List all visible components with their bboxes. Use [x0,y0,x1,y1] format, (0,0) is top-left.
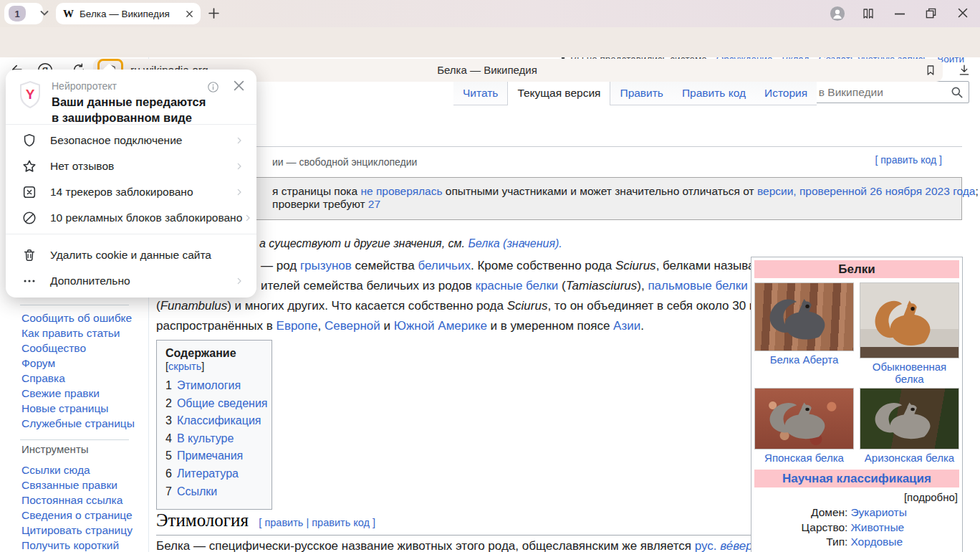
toc-item[interactable]: 4В культуре [165,430,263,448]
tab-page[interactable]: История [755,81,817,105]
protect-brand: Нейропротект [52,80,117,92]
sidebar-link[interactable]: Постоянная ссылка [21,492,133,508]
protect-item[interactable]: 14 трекеров заблокировано [6,179,256,205]
taxobox-image-caption[interactable]: Белка Аберта [754,353,854,366]
edit-code-link[interactable]: [ править код ] [824,154,942,166]
protect-item-label: 14 трекеров заблокировано [50,186,234,199]
text-segment: а существуют и другие значения, см. [259,237,468,249]
restore-window-icon[interactable] [926,8,936,19]
chevron-down-icon[interactable] [40,10,49,16]
inline-link[interactable]: версии, проверенной 26 ноября 2023 года [757,185,975,197]
toc-item[interactable]: 5Примечания [165,447,263,465]
toc-link[interactable]: Общие сведения [177,397,268,409]
toc-item[interactable]: 3Классификация [165,412,263,430]
minimize-icon[interactable] [895,13,905,15]
inline-link[interactable]: Южной Америке [394,319,487,333]
sidebar-link[interactable]: Цитировать страницу [21,523,133,538]
sidebar-link[interactable]: Сведения о странице [21,508,133,523]
protect-item[interactable]: Дополнительно [6,268,256,294]
toc-number: 6 [165,467,172,480]
popup-close-icon[interactable] [234,80,244,91]
sidebar-link[interactable]: Новые страницы [21,401,135,416]
close-icon[interactable] [958,8,968,18]
taxobox-image-caption[interactable]: Аризонская белка [860,452,959,464]
text-segment: опытными участниками и может значительно… [443,185,757,197]
toc-link[interactable]: Примечания [177,449,243,462]
sidebar-link[interactable]: Справка [21,371,135,386]
protect-item[interactable]: Удалить cookie и данные сайта [6,242,256,268]
toc-item[interactable]: 2Общие сведения [165,395,263,413]
toc-link[interactable]: Этимология [177,379,241,391]
tab-page[interactable]: Править код [673,81,755,105]
classification-rank: Тип: [754,535,850,550]
sidebar-link[interactable]: Служебные страницы [21,416,135,431]
taxobox-title: Белки [754,260,959,278]
protect-popup: Y Нейропротект Ваши данные передаются в … [6,70,256,298]
sidebar-link[interactable]: Связанные правки [21,477,133,492]
inline-link[interactable]: пальмовые белки [648,279,747,292]
downloads-icon[interactable] [958,63,971,77]
toc-link[interactable]: Литература [177,467,239,480]
new-tab-button[interactable] [208,7,220,19]
inline-link[interactable]: 27 [368,198,380,210]
protect-item[interactable]: Безопасное подключение [6,128,256,153]
taxobox-image-caption[interactable]: Японская белка [754,452,854,464]
toc-item[interactable]: 1Этимология [165,377,263,395]
sidebar-link[interactable]: Как править статьи [21,325,135,341]
sidebar-link[interactable]: Ссылки сюда [21,462,133,477]
inline-link[interactable]: беличьих [418,259,471,272]
tab-counter-button[interactable]: 1 [4,3,43,24]
tab-close-icon[interactable] [186,10,193,18]
inline-link[interactable]: Азии [613,319,640,333]
browser-tab-active[interactable]: W Белка — Википедия [56,3,201,24]
inline-link[interactable]: грызунов [300,259,352,272]
tab-current[interactable]: Текущая версия [507,80,610,105]
protect-item[interactable]: 10 рекламных блоков заблокировано [6,205,256,231]
text-segment: . [640,319,644,333]
taxobox-image-caption[interactable]: Обыкновенная белка [860,361,959,385]
sidebar-link[interactable]: Сообщить об ошибке [21,310,135,325]
info-icon[interactable] [207,81,219,93]
text-segment: ), [637,279,648,292]
avatar-icon[interactable] [830,6,845,22]
classification-value-link[interactable]: Животные [850,520,959,536]
classification-value-link[interactable]: Хордовые [850,535,959,550]
protect-item-label: Нет отзывов [50,160,234,173]
text-segment: Tamiasciurus [566,279,638,292]
search-icon[interactable] [950,85,969,100]
popup-header: Y Нейропротект Ваши данные передаются в … [6,70,256,124]
protect-item[interactable]: Нет отзывов [6,153,256,179]
toc-link[interactable]: В культуре [177,432,234,444]
sidebar-link[interactable]: Свежие правки [21,386,135,401]
section-edit-links[interactable]: [ править | править код ] [259,517,375,528]
text-segment: ителей семейства беличьих из родов [261,279,475,292]
tab-page[interactable]: Читать [453,81,507,105]
sidebar-link[interactable]: Сообщество [21,341,135,356]
classification-details-link[interactable]: [подробно] [754,491,958,503]
toc-title: Содержание [скрыть] [165,347,263,373]
inline-link[interactable]: рус. [695,539,717,552]
toc-link[interactable]: Классификация [177,414,261,427]
sidebar-link[interactable]: Форум [21,356,135,371]
trackers-blocked-icon [21,184,37,200]
taxobox-image-grid: Белка АбертаОбыкновенная белкаЯпонская б… [754,282,959,464]
inline-link[interactable]: Белка (значения). [468,237,562,249]
toc-item[interactable]: 7Ссылки [165,483,263,501]
classification-rank: Царство: [754,520,850,536]
squirrel-photo [754,388,854,449]
toc-item[interactable]: 6Литература [165,465,263,483]
classification-value-link[interactable]: Эукариоты [850,505,959,520]
tab-page[interactable]: Править [610,81,672,105]
popup-divider [6,234,256,234]
inline-link[interactable]: не проверялась [360,185,442,197]
bookmark-flag-icon[interactable] [924,63,937,77]
inline-link[interactable]: Европе [277,319,318,333]
toc-link[interactable]: Ссылки [177,485,217,498]
toc-hide-link[interactable]: скрыть [168,361,201,372]
inline-link[interactable]: красные белки [475,279,558,292]
sidebar-link[interactable]: Получить короткий [21,538,133,552]
bookmarks-panel-icon[interactable] [862,7,875,20]
inline-link[interactable]: Северной [325,319,380,333]
toc-number: 5 [165,449,172,462]
text-segment: и [380,319,394,333]
